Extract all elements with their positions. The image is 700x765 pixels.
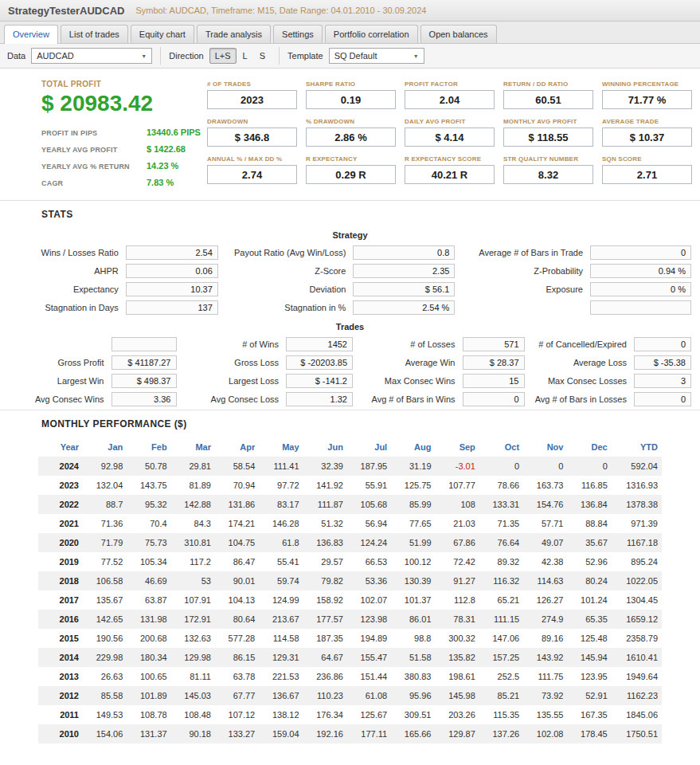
stat-row-value	[590, 300, 691, 315]
column-header-ytd: YTD	[612, 437, 662, 457]
tab-list-of-trades[interactable]: List of trades	[61, 25, 128, 43]
table-row: 202071.7975.73310.81104.7561.8136.83124.…	[38, 533, 662, 552]
stat-row-label: Avg # of Bars in Losses	[532, 394, 628, 404]
column-header-mar: Mar	[171, 437, 215, 457]
stat-value: 2.86 %	[306, 128, 396, 147]
monthly-cell: 59.74	[259, 571, 303, 590]
stat-box: SHARPE RATIO0.19	[306, 80, 396, 109]
tab-overview[interactable]: Overview	[4, 25, 58, 44]
monthly-cell: 29.81	[171, 457, 215, 476]
monthly-cell: 107.12	[215, 705, 259, 724]
monthly-cell: 70.4	[127, 514, 170, 533]
direction-s-button[interactable]: S	[254, 48, 271, 64]
template-select[interactable]: SQ Default ▼	[329, 48, 424, 64]
table-row: 2018106.5846.695390.0159.7479.8253.36130…	[38, 571, 662, 590]
strategy-tester-window: StrategyTesterAUDCAD Symbol: AUDCAD, Tim…	[0, 0, 700, 743]
stat-row-label: Expectancy	[9, 284, 119, 294]
monthly-cell: 80.64	[215, 610, 259, 629]
monthly-cell: 35.67	[567, 533, 611, 552]
monthly-cell: 1167.18	[612, 533, 662, 552]
monthly-cell: 116.32	[479, 571, 523, 590]
monthly-heading: MONTHLY PERFORMANCE ($)	[0, 410, 700, 433]
monthly-cell: 81.11	[171, 667, 215, 686]
year-cell: 2024	[38, 457, 83, 476]
year-cell: 2022	[38, 495, 83, 514]
stat-value: 8.32	[503, 165, 593, 184]
monthly-cell: 165.66	[391, 724, 435, 743]
stat-row-label: # of Cancelled/Expired	[532, 339, 628, 349]
monthly-cell: 2358.79	[612, 629, 662, 648]
monthly-cell: 1750.51	[612, 724, 662, 743]
monthly-cell: 136.83	[303, 533, 347, 552]
monthly-cell: 309.51	[391, 705, 435, 724]
monthly-cell: 86.15	[215, 648, 259, 667]
summary-metric-label: YEARLY AVG % RETURN	[41, 163, 147, 171]
stat-value: 40.21 R	[405, 165, 495, 184]
stat-row-label: Avg Consec Loss	[184, 394, 280, 404]
stat-row-label: Z-Score	[225, 266, 346, 276]
tab-equity-chart[interactable]: Equity chart	[131, 25, 194, 43]
column-header-may: May	[259, 437, 303, 457]
stat-row-label: Largest Win	[9, 376, 104, 386]
monthly-cell: 1162.23	[612, 686, 662, 705]
year-cell: 2016	[38, 610, 83, 629]
stat-row-value: 1452	[286, 337, 353, 351]
year-cell: 2010	[38, 724, 83, 743]
monthly-cell: 0	[567, 457, 611, 476]
column-header-year: Year	[38, 437, 83, 457]
monthly-cell: 111.75	[523, 667, 567, 686]
monthly-cell: -3.01	[436, 457, 479, 476]
monthly-cell: 221.53	[259, 667, 303, 686]
stat-row-label: Exposure	[462, 284, 583, 294]
stat-row-value: $ 28.37	[463, 355, 525, 370]
monthly-cell: 194.89	[347, 629, 391, 648]
monthly-cell: 136.67	[259, 686, 303, 705]
monthly-cell: 108.48	[171, 705, 215, 724]
monthly-cell: 135.67	[83, 590, 127, 610]
monthly-cell: 133.31	[479, 495, 523, 514]
direction-l-button[interactable]: L	[237, 48, 253, 64]
column-header-jan: Jan	[83, 437, 127, 457]
data-select[interactable]: AUDCAD ▼	[31, 48, 152, 64]
monthly-cell: 129.98	[171, 648, 215, 667]
stat-row-value: 0 %	[590, 282, 691, 296]
table-row: 2017135.6763.87107.91104.13124.99158.921…	[38, 590, 662, 610]
stat-row-value: $ -20203.85	[286, 355, 353, 370]
monthly-cell: 157.25	[479, 648, 523, 667]
stat-row-value: 0	[634, 337, 691, 351]
monthly-cell: 380.83	[391, 667, 435, 686]
monthly-cell: 51.32	[303, 514, 347, 533]
stat-value: $ 10.37	[602, 128, 692, 147]
tab-trade-analysis[interactable]: Trade analysis	[197, 25, 271, 43]
monthly-cell: 76.64	[479, 533, 523, 552]
page-subtitle: Symbol: AUDCAD, Timeframe: M15, Date Ran…	[135, 6, 426, 15]
monthly-cell: 100.65	[127, 667, 170, 686]
stat-row-label: Stagnation in %	[225, 303, 346, 312]
stat-row-value: $ -141.2	[286, 374, 353, 388]
summary-metric-value: 7.83 %	[147, 178, 201, 187]
tab-settings[interactable]: Settings	[273, 25, 323, 43]
data-select-value: AUDCAD	[37, 51, 73, 61]
monthly-cell: 65.21	[479, 590, 523, 610]
monthly-cell: 176.34	[303, 705, 347, 724]
monthly-cell: 1022.05	[612, 571, 662, 590]
column-header-dec: Dec	[567, 437, 611, 457]
summary-metric-value: $ 1422.68	[147, 144, 201, 154]
monthly-cell: 142.65	[83, 610, 127, 629]
monthly-cell: 55.41	[259, 552, 303, 571]
monthly-cell: 151.44	[347, 667, 391, 686]
tab-portfolio-correlation[interactable]: Portfolio correlation	[325, 25, 418, 43]
monthly-cell: 229.98	[83, 648, 127, 667]
direction-l-s-button[interactable]: L+S	[209, 48, 237, 64]
monthly-cell: 1316.93	[612, 476, 662, 495]
monthly-cell: 117.2	[171, 552, 215, 571]
tab-open-balances[interactable]: Open balances	[420, 25, 497, 43]
monthly-cell: 32.39	[303, 457, 347, 476]
monthly-cell: 1949.64	[612, 667, 662, 686]
table-row: 202288.795.32142.88131.8683.17111.87105.…	[38, 495, 662, 514]
stat-row-value: 2.35	[353, 264, 455, 278]
monthly-cell: 107.91	[171, 590, 215, 610]
monthly-cell: 86.01	[391, 610, 435, 629]
monthly-cell: 133.27	[215, 724, 259, 743]
monthly-cell: 67.86	[436, 533, 479, 552]
